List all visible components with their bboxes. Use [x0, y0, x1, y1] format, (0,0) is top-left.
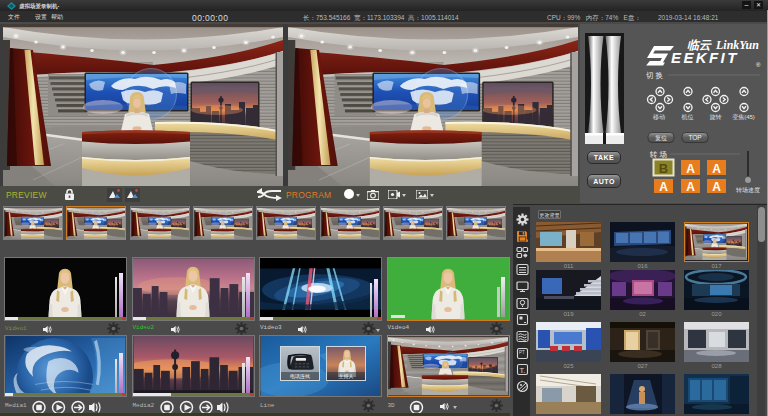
svg-text:PT: PT	[519, 350, 525, 355]
svg-text:®: ®	[756, 62, 761, 68]
svg-text:B: B	[659, 161, 668, 176]
svg-text:A: A	[712, 162, 721, 176]
svg-text:机位: 机位	[682, 114, 694, 120]
svg-text:A: A	[686, 162, 695, 176]
svg-text:切 换: 切 换	[646, 71, 664, 80]
svg-text:TOP: TOP	[688, 134, 701, 141]
svg-text:旋转: 旋转	[710, 114, 722, 121]
svg-text:移动: 移动	[653, 114, 665, 121]
svg-text:转场速度: 转场速度	[736, 186, 760, 194]
svg-text:A: A	[659, 180, 668, 194]
svg-text:A: A	[686, 180, 695, 194]
svg-text:变焦(45): 变焦(45)	[732, 113, 755, 121]
svg-text:EEKFIT: EEKFIT	[671, 49, 739, 66]
svg-text:转 场: 转 场	[649, 150, 667, 159]
svg-text:A: A	[712, 180, 721, 194]
svg-text:复位: 复位	[655, 135, 667, 142]
svg-text:T.: T.	[519, 366, 525, 375]
